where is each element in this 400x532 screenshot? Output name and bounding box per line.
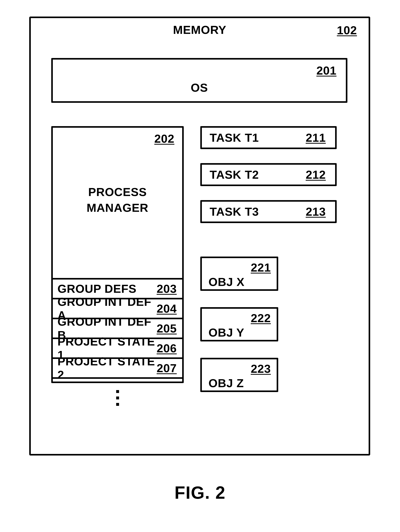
pm-row-ref: 203: [157, 282, 177, 296]
ellipsis-vertical-icon: ▪▪▪: [116, 388, 120, 407]
pm-row-ref: 204: [157, 302, 177, 315]
os-label: OS: [53, 81, 346, 95]
pm-title-line1: PROCESS: [88, 185, 147, 199]
obj-label: OBJ Y: [208, 326, 244, 339]
pm-row-ref: 207: [157, 361, 177, 375]
obj-label: OBJ Z: [208, 376, 244, 390]
obj-ref: 223: [251, 362, 271, 375]
obj-ref: 222: [251, 311, 271, 325]
memory-title: MEMORY: [31, 23, 369, 37]
figure-caption: FIG. 2: [0, 483, 400, 503]
obj-y-box: 222 OBJ Y: [200, 307, 278, 342]
task-ref: 212: [306, 168, 326, 181]
os-ref: 201: [316, 64, 336, 77]
memory-box: MEMORY 102 OS 201 202 PROCESS MANAGER GR…: [29, 17, 370, 456]
task-label: TASK T3: [210, 205, 259, 218]
task-ref: 211: [306, 131, 326, 145]
page: MEMORY 102 OS 201 202 PROCESS MANAGER GR…: [0, 0, 400, 532]
obj-ref: 221: [251, 261, 271, 274]
pm-row-ref: 206: [157, 342, 177, 355]
task-t1-box: TASK T1 211: [200, 126, 337, 149]
pm-row-ref: 205: [157, 322, 177, 335]
pm-row-label: GROUP DEFS: [58, 282, 136, 296]
task-t2-box: TASK T2 212: [200, 163, 337, 186]
obj-x-box: 221 OBJ X: [200, 257, 278, 291]
process-manager-title: PROCESS MANAGER: [53, 184, 182, 216]
task-t3-box: TASK T3 213: [200, 200, 337, 223]
os-box: OS 201: [51, 58, 347, 103]
obj-label: OBJ X: [208, 275, 245, 289]
task-ref: 213: [306, 205, 326, 218]
task-label: TASK T2: [210, 168, 259, 181]
process-manager-box: 202 PROCESS MANAGER GROUP DEFS 203 GROUP…: [51, 126, 184, 383]
pm-row-label: PROJECT STATE 2: [58, 355, 157, 381]
pm-title-line2: MANAGER: [87, 201, 148, 214]
obj-z-box: 223 OBJ Z: [200, 358, 278, 392]
task-label: TASK T1: [210, 131, 259, 145]
memory-ref: 102: [337, 24, 357, 37]
process-manager-ref: 202: [154, 132, 174, 146]
pm-row-project-state-2: PROJECT STATE 2 207: [51, 357, 184, 379]
